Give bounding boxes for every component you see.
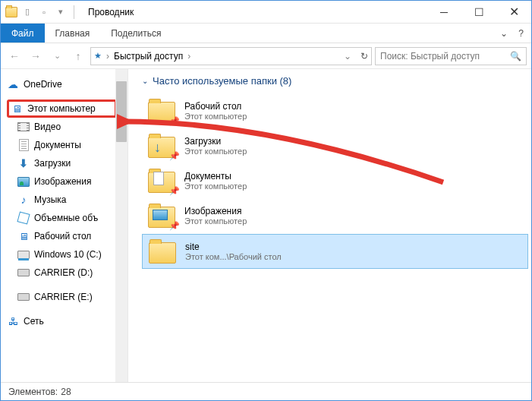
item-subtext: Этот компьютер [184, 147, 247, 156]
nav-item-downloads[interactable]: ⬇ Загрузки [7, 154, 127, 172]
back-button[interactable]: ← [5, 47, 24, 65]
nav-item-this-pc[interactable]: 🖥 Этот компьютер [7, 99, 117, 118]
pin-icon: 📌 [169, 221, 178, 230]
nav-label: Сеть [24, 316, 44, 327]
window-title: Проводник [88, 7, 134, 17]
pin-icon: 📌 [169, 186, 178, 195]
nav-item-drive-e[interactable]: CARRIER (E:) [7, 288, 127, 306]
folder-icon: ↓📌 [146, 132, 177, 159]
list-item[interactable]: siteЭтот ком...\Рабочий стол [142, 234, 528, 269]
3d-icon [17, 211, 30, 224]
nav-item-drive-d[interactable]: CARRIER (D:) [7, 264, 127, 282]
address-toolbar: ← → ⌄ ↑ ★ › Быстрый доступ › ⌄ ↻ Поиск: … [1, 43, 531, 69]
help-icon[interactable]: ? [518, 28, 524, 39]
qat-properties-icon[interactable]: ▯ [20, 5, 34, 19]
nav-label: Windows 10 (C:) [34, 249, 102, 260]
nav-item-videos[interactable]: Видео [7, 118, 127, 136]
chevron-down-icon: ⌄ [142, 77, 148, 85]
item-name: Изображения [184, 206, 247, 216]
nav-label: Видео [34, 122, 61, 132]
drive-icon [17, 293, 30, 301]
items-list: 📌Рабочий столЭтот компьютер↓📌ЗагрузкиЭто… [142, 94, 528, 269]
search-icon: 🔍 [510, 51, 521, 62]
disk-icon [17, 251, 30, 259]
up-button[interactable]: ↑ [69, 47, 87, 65]
drive-icon [17, 269, 30, 276]
qat-dropdown-icon[interactable]: ▾ [54, 5, 68, 19]
nav-item-documents[interactable]: Документы [7, 136, 127, 154]
item-name: site [185, 242, 282, 252]
pc-icon: 🖥 [11, 103, 23, 115]
search-input[interactable]: Поиск: Быстрый доступ 🔍 [375, 47, 527, 65]
nav-item-network[interactable]: 🖧 Сеть [7, 312, 127, 330]
nav-label: Рабочий стол [34, 231, 91, 242]
nav-label: Объемные объ [34, 213, 98, 223]
group-header-frequent[interactable]: ⌄ Часто используемые папки (8) [142, 75, 528, 87]
nav-item-onedrive[interactable]: ☁ OneDrive [7, 75, 127, 93]
content-pane: ⌄ Часто используемые папки (8) 📌Рабочий … [128, 69, 531, 382]
address-dropdown-icon[interactable]: ⌄ [344, 51, 351, 62]
item-name: Документы [184, 171, 247, 182]
nav-item-drive-c[interactable]: Windows 10 (C:) [7, 245, 127, 264]
document-overlay-icon [153, 172, 164, 185]
ribbon-tabs: Файл Главная Поделиться ⌄ ? [1, 24, 531, 43]
nav-label: OneDrive [24, 79, 62, 90]
breadcrumb-sep: › [106, 51, 109, 62]
refresh-icon[interactable]: ↻ [360, 51, 368, 62]
scrollbar-thumb[interactable] [116, 81, 127, 142]
network-icon: 🖧 [7, 315, 19, 327]
tab-share[interactable]: Поделиться [100, 24, 172, 43]
pin-icon: 📌 [169, 116, 178, 125]
app-icon [5, 7, 17, 17]
pictures-icon [17, 177, 30, 187]
folder-icon: 📌 [146, 97, 177, 125]
nav-label: Этот компьютер [27, 103, 96, 114]
nav-item-3dobjects[interactable]: Объемные объ [7, 209, 127, 227]
list-item[interactable]: 📌ДокументыЭтот компьютер [142, 164, 528, 197]
nav-label: Документы [34, 140, 81, 150]
nav-item-pictures[interactable]: Изображения [7, 172, 127, 191]
download-icon: ⬇ [17, 157, 30, 169]
item-subtext: Этот компьютер [184, 112, 247, 121]
close-button[interactable]: ✕ [496, 1, 531, 24]
folder-icon: 📌 [146, 167, 177, 194]
item-subtext: Этот компьютер [184, 182, 247, 191]
search-placeholder: Поиск: Быстрый доступ [380, 51, 480, 62]
maximize-button[interactable]: ☐ [461, 1, 496, 24]
item-text: Рабочий столЭтот компьютер [184, 101, 247, 121]
music-icon: ♪ [17, 194, 30, 206]
nav-label: CARRIER (E:) [34, 292, 93, 302]
pin-icon: 📌 [169, 151, 178, 160]
explorer-window: ▯ ▫ ▾ Проводник ─ ☐ ✕ Файл Главная Подел… [0, 0, 532, 401]
nav-item-music[interactable]: ♪ Музыка [7, 191, 127, 209]
nav-label: Изображения [34, 176, 91, 187]
item-name: Рабочий стол [184, 101, 247, 112]
tab-file[interactable]: Файл [1, 24, 45, 43]
list-item[interactable]: ↓📌ЗагрузкиЭтот компьютер [142, 129, 528, 163]
breadcrumb-sep: › [187, 51, 190, 62]
download-overlay-icon: ↓ [154, 140, 161, 156]
forward-button[interactable]: → [27, 47, 45, 65]
list-item[interactable]: 📌ИзображенияЭтот компьютер [142, 199, 528, 232]
recent-locations-icon[interactable]: ⌄ [48, 47, 66, 65]
ribbon-expand-icon[interactable]: ⌄ [500, 28, 508, 39]
item-subtext: Этот ком...\Рабочий стол [185, 252, 282, 261]
nav-label: Музыка [34, 194, 66, 205]
nav-label: CARRIER (D:) [34, 267, 93, 278]
nav-scrollbar[interactable] [115, 69, 127, 382]
breadcrumb-location[interactable]: Быстрый доступ [114, 51, 183, 62]
folder-icon: 📌 [146, 202, 177, 229]
desktop-icon: 🖥 [17, 230, 30, 242]
item-name: Загрузки [184, 136, 247, 147]
item-text: ДокументыЭтот компьютер [184, 171, 247, 191]
quick-access-toolbar: ▯ ▫ ▾ [1, 5, 82, 19]
address-field[interactable]: ★ › Быстрый доступ › ⌄ ↻ [90, 47, 372, 65]
list-item[interactable]: 📌Рабочий столЭтот компьютер [142, 94, 528, 128]
tab-home[interactable]: Главная [45, 24, 101, 43]
titlebar: ▯ ▫ ▾ Проводник ─ ☐ ✕ [1, 1, 531, 24]
nav-label: Загрузки [34, 158, 71, 169]
nav-item-desktop[interactable]: 🖥 Рабочий стол [7, 227, 127, 245]
status-count: 28 [61, 387, 71, 397]
minimize-button[interactable]: ─ [427, 1, 461, 24]
qat-newfolder-icon[interactable]: ▫ [37, 5, 51, 19]
